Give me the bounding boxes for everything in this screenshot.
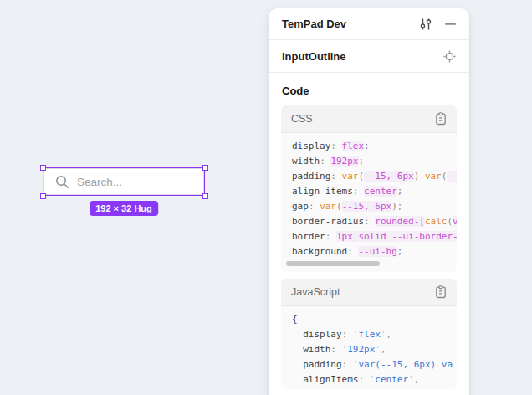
copy-icon[interactable] <box>435 112 447 126</box>
js-block-header: JavaScript <box>281 279 457 306</box>
css-block-header: CSS <box>281 105 457 133</box>
tempad-dev-panel: TemPad Dev InputOutline <box>269 8 469 395</box>
js-block-label: JavaScript <box>291 286 435 298</box>
copy-icon[interactable] <box>435 285 447 299</box>
css-code[interactable]: display: flex;width: 192px;padding: var(… <box>281 133 457 261</box>
scrollbar-thumb[interactable] <box>286 261 380 266</box>
minimize-icon[interactable] <box>445 18 456 31</box>
css-code-block: CSS display: flex;width: 192px;padding: … <box>281 105 457 272</box>
sliders-icon[interactable] <box>419 18 432 31</box>
search-icon <box>55 175 69 189</box>
js-code-block: JavaScript { display: 'flex', width: '19… <box>281 279 457 389</box>
search-placeholder: Search... <box>77 176 122 188</box>
locate-target-icon[interactable] <box>443 50 456 63</box>
selection-size-badge: 192 × 32 Hug <box>90 201 158 216</box>
panel-title: TemPad Dev <box>282 18 419 30</box>
horizontal-scrollbar[interactable] <box>281 261 457 272</box>
selected-node-row: InputOutline <box>269 40 469 73</box>
code-section-title: Code <box>282 85 456 97</box>
component-name: InputOutline <box>282 50 443 63</box>
panel-header: TemPad Dev <box>269 8 469 40</box>
css-block-label: CSS <box>291 113 435 125</box>
js-code[interactable]: { display: 'flex', width: '192px', paddi… <box>281 306 457 389</box>
search-input[interactable]: Search... <box>43 168 204 195</box>
